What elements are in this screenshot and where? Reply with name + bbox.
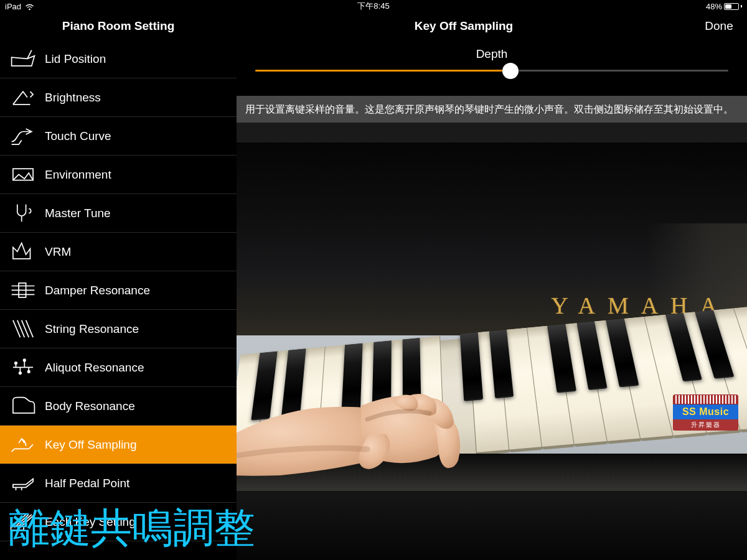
device-label: iPad	[5, 2, 21, 11]
page-title: Key Off Sampling	[237, 19, 691, 33]
aliquot-icon	[9, 355, 37, 380]
slider-label: Depth	[255, 47, 728, 61]
slider-thumb[interactable]	[502, 63, 519, 79]
sidebar-item-label: Brightness	[45, 91, 101, 105]
damper-icon	[9, 278, 37, 303]
sidebar-item-string-resonance[interactable]: String Resonance	[0, 310, 237, 348]
sidebar-item-label: Key Off Sampling	[45, 438, 137, 452]
caption-text: 離鍵共鳴調整	[9, 500, 255, 556]
badge-keys-icon	[673, 394, 738, 404]
battery-icon	[724, 3, 739, 10]
piano-body: YAMAHA	[237, 142, 747, 335]
sidebar-title: Piano Room Setting	[0, 19, 237, 33]
battery-fill	[725, 4, 731, 9]
badge-subtitle: 升昇樂器	[673, 419, 738, 431]
sidebar-item-label: Touch Curve	[45, 129, 111, 143]
svg-point-3	[15, 362, 17, 364]
sidebar-item-label: Master Tune	[45, 207, 111, 220]
svg-point-5	[24, 359, 26, 361]
svg-point-4	[19, 372, 21, 374]
sidebar-item-half-pedal-point[interactable]: Half Pedal Point	[0, 464, 237, 503]
sidebar-item-damper-resonance[interactable]: Damper Resonance	[0, 271, 237, 310]
ss-music-badge: SS Music 升昇樂器	[673, 394, 738, 431]
sidebar-item-label: Body Resonance	[45, 399, 135, 413]
sidebar-item-aliquot-resonance[interactable]: Aliquot Resonance	[0, 348, 237, 387]
sidebar[interactable]: Lid PositionBrightnessTouch CurveEnviron…	[0, 40, 237, 560]
sidebar-item-label: Half Pedal Point	[45, 477, 129, 490]
sidebar-item-body-resonance[interactable]: Body Resonance	[0, 387, 237, 426]
brightness-icon	[9, 85, 37, 110]
sidebar-item-label: Environment	[45, 168, 111, 182]
sidebar-item-label: String Resonance	[45, 322, 139, 336]
done-button[interactable]: Done	[691, 19, 747, 33]
status-bar: iPad 下午8:45 48%	[0, 0, 747, 12]
detail-panel: Depth 用于设置离键采样的音量。这是您离开原声钢琴的琴键时产生的微小声音。双…	[237, 40, 747, 560]
piano-photo: YAMAHA	[237, 142, 747, 560]
svg-point-0	[29, 8, 31, 9]
slider-fill	[255, 70, 510, 72]
pedal-icon	[9, 471, 37, 496]
badge-title: SS Music	[673, 404, 738, 419]
depth-slider-section: Depth	[237, 40, 747, 96]
depth-slider[interactable]	[255, 70, 728, 72]
sidebar-item-label: Aliquot Resonance	[45, 361, 144, 375]
piano-body-icon	[9, 394, 37, 419]
sidebar-item-lid-position[interactable]: Lid Position	[0, 40, 237, 78]
strings-icon	[9, 317, 37, 342]
piano-lid-icon	[9, 47, 37, 72]
sidebar-item-key-off-sampling[interactable]: Key Off Sampling	[0, 426, 237, 464]
vrm-icon	[9, 240, 37, 264]
wifi-icon	[25, 3, 34, 10]
sidebar-item-environment[interactable]: Environment	[0, 156, 237, 194]
sidebar-item-brightness[interactable]: Brightness	[0, 78, 237, 117]
sidebar-item-vrm[interactable]: VRM	[0, 233, 237, 271]
header: Piano Room Setting Key Off Sampling Done	[0, 12, 747, 40]
battery-percent: 48%	[706, 2, 722, 11]
description-text: 用于设置离键采样的音量。这是您离开原声钢琴的琴键时产生的微小声音。双击侧边图标储…	[237, 96, 747, 123]
touch-curve-icon	[9, 124, 37, 149]
key-off-icon	[9, 432, 37, 457]
sidebar-item-label: VRM	[45, 245, 71, 259]
environment-icon	[9, 162, 37, 187]
hand-image	[237, 314, 523, 488]
sidebar-item-touch-curve[interactable]: Touch Curve	[0, 117, 237, 156]
clock: 下午8:45	[357, 1, 389, 12]
sidebar-item-label: Damper Resonance	[45, 284, 150, 297]
tuning-fork-icon	[9, 201, 37, 226]
sidebar-item-master-tune[interactable]: Master Tune	[0, 194, 237, 233]
svg-point-6	[27, 371, 29, 373]
sidebar-item-label: Lid Position	[45, 52, 106, 66]
